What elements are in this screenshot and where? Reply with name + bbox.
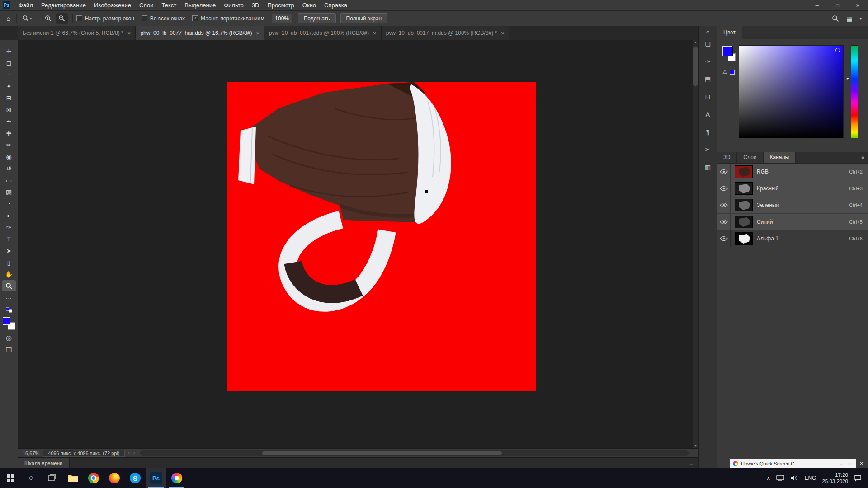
- tool-path-selection[interactable]: ➤: [2, 245, 16, 256]
- menu-view[interactable]: Просмотр: [263, 0, 298, 11]
- horizontal-scrollbar[interactable]: [140, 450, 689, 456]
- foreground-color-swatch[interactable]: [722, 46, 732, 56]
- hue-slider-marker[interactable]: ▸: [847, 76, 849, 80]
- menu-type[interactable]: Текст: [158, 0, 181, 11]
- tool-blur[interactable]: ◔: [2, 198, 16, 209]
- tool-frame[interactable]: ⊠: [2, 104, 16, 115]
- tab-layers[interactable]: Слои: [737, 152, 763, 163]
- panel-icon-arrange[interactable]: ❏: [702, 38, 714, 50]
- panel-icon-paragraph[interactable]: ¶: [702, 126, 714, 138]
- fit-screen-button[interactable]: Подогнать: [298, 13, 336, 23]
- tool-lasso[interactable]: ∽: [2, 69, 16, 80]
- all-windows-checkbox[interactable]: Во всех окнах: [142, 15, 185, 22]
- menu-help[interactable]: Справка: [320, 0, 351, 11]
- minimize-button[interactable]: ─: [807, 0, 827, 11]
- zoom-out-button[interactable]: [56, 13, 68, 24]
- channel-row-rgb[interactable]: RGB Ctrl+2: [717, 164, 868, 180]
- maximize-button[interactable]: □: [827, 0, 848, 11]
- tool-hand[interactable]: ✋: [2, 268, 16, 280]
- tool-rectangle[interactable]: ▯: [2, 257, 16, 268]
- tool-history-brush[interactable]: ↺: [2, 163, 16, 174]
- chevron-down-icon[interactable]: ▾: [859, 16, 862, 21]
- firefox-button[interactable]: [104, 468, 125, 488]
- screen-mode-icon[interactable]: ❐: [6, 346, 12, 354]
- notifications-icon[interactable]: [854, 475, 862, 482]
- zoom-tool-current[interactable]: ▾: [21, 13, 33, 24]
- tab-channels[interactable]: Каналы: [764, 152, 796, 163]
- visibility-toggle[interactable]: [717, 230, 731, 247]
- menu-window[interactable]: Окно: [298, 0, 320, 11]
- panel-menu-icon[interactable]: ≡: [861, 152, 864, 163]
- document-tab[interactable]: Без имени-1 @ 66,7% (Слой 5, RGB/8) * ×: [18, 26, 136, 40]
- timeline-tab[interactable]: Шкала времени: [18, 458, 70, 469]
- chrome-button[interactable]: [83, 468, 104, 488]
- panel-icon-character[interactable]: A: [702, 108, 714, 120]
- visibility-toggle[interactable]: [717, 180, 731, 197]
- saturation-brightness-field[interactable]: [739, 45, 844, 138]
- workspace-icon[interactable]: ▦: [846, 15, 852, 22]
- panel-icon-pattern[interactable]: ▤: [702, 73, 714, 85]
- collapse-panels-icon[interactable]: «: [706, 28, 709, 35]
- search-icon[interactable]: [832, 15, 839, 22]
- screen-capture-taskbar-button[interactable]: [166, 468, 187, 488]
- photoshop-taskbar-button[interactable]: Ps: [146, 468, 166, 488]
- visibility-toggle[interactable]: [717, 214, 731, 230]
- menu-image[interactable]: Изображение: [90, 0, 135, 11]
- menu-select[interactable]: Выделение: [180, 0, 220, 11]
- tool-eyedropper[interactable]: ✒: [2, 116, 16, 127]
- default-colors-icon[interactable]: [6, 307, 12, 313]
- tab-close-icon[interactable]: ×: [127, 30, 131, 37]
- hue-slider[interactable]: [851, 45, 858, 138]
- panel-icon-scissors[interactable]: ✂: [702, 144, 714, 155]
- menu-file[interactable]: Файл: [14, 0, 37, 11]
- channel-row-red[interactable]: Красный Ctrl+3: [717, 180, 868, 197]
- tool-brush[interactable]: ✏: [2, 139, 16, 150]
- resize-windows-checkbox[interactable]: Настр. размер окон: [76, 15, 134, 22]
- task-view-button[interactable]: [42, 468, 62, 488]
- menu-3d[interactable]: 3D: [248, 0, 264, 11]
- document-tab-active[interactable]: phw_00_lb_0077_hair.dds @ 16,7% (RGB/8#)…: [136, 26, 264, 40]
- web-color-swatch[interactable]: [730, 70, 735, 75]
- scroll-down-icon[interactable]: ▾: [693, 444, 698, 448]
- taskbar-search-button[interactable]: ○: [21, 468, 42, 488]
- taskbar-clock[interactable]: 17:20 25.03.2020: [822, 472, 848, 485]
- panel-icon-clone-source[interactable]: ⊡: [702, 91, 714, 103]
- vertical-scrollbar[interactable]: ▴ ▾: [693, 40, 698, 448]
- chevron-left-icon[interactable]: ‹: [133, 450, 135, 455]
- tool-eraser[interactable]: ▭: [2, 174, 16, 186]
- zoom-level[interactable]: 16,67%: [23, 450, 39, 456]
- tool-type[interactable]: T: [2, 233, 16, 244]
- horizontal-scroll-thumb[interactable]: [262, 451, 502, 455]
- tool-zoom[interactable]: [2, 280, 16, 291]
- overlay-close-button[interactable]: ✕: [856, 459, 868, 469]
- close-button[interactable]: ✕: [848, 0, 868, 11]
- timeline-menu-icon[interactable]: ≡: [689, 460, 693, 466]
- channel-row-green[interactable]: Зеленый Ctrl+4: [717, 197, 868, 214]
- tab-close-icon[interactable]: ×: [256, 30, 259, 37]
- color-panel-tab[interactable]: Цвет: [717, 26, 742, 39]
- tool-crop[interactable]: ⊞: [2, 92, 16, 103]
- scroll-up-icon[interactable]: ▴: [693, 40, 698, 44]
- vertical-scroll-thumb[interactable]: [693, 47, 698, 86]
- scrubby-zoom-checkbox[interactable]: ✓ Масшт. перетаскиванием: [192, 15, 264, 22]
- zoom-percent-input[interactable]: [272, 14, 292, 23]
- tab-close-icon[interactable]: ×: [373, 30, 377, 37]
- fullscreen-button[interactable]: Полный экран: [340, 13, 388, 23]
- tool-quick-selection[interactable]: ✦: [2, 80, 16, 92]
- language-indicator[interactable]: ENG: [804, 475, 816, 481]
- network-icon[interactable]: [776, 475, 784, 481]
- tool-gradient[interactable]: ▨: [2, 186, 16, 197]
- color-field-marker[interactable]: [835, 48, 840, 52]
- quick-mask-icon[interactable]: ◎: [6, 334, 12, 342]
- canvas-area[interactable]: ▴ ▾: [18, 40, 698, 448]
- tool-healing-brush[interactable]: ✚: [2, 127, 16, 139]
- tool-more-tools[interactable]: ⋯: [2, 292, 16, 303]
- document-tab[interactable]: pvw_10_ub_0017.dds @ 100% (RGB/8#) ×: [264, 26, 382, 40]
- document-tab[interactable]: pvw_10_ub_0017_m.dds @ 100% (RGB/8#) * ×: [382, 26, 509, 40]
- tab-close-icon[interactable]: ×: [501, 30, 505, 37]
- skype-button[interactable]: S: [125, 468, 146, 488]
- tool-move[interactable]: ✛: [2, 45, 16, 56]
- start-button[interactable]: [0, 468, 21, 488]
- tab-3d[interactable]: 3D: [717, 152, 737, 163]
- tray-expand-icon[interactable]: ∧: [766, 475, 771, 482]
